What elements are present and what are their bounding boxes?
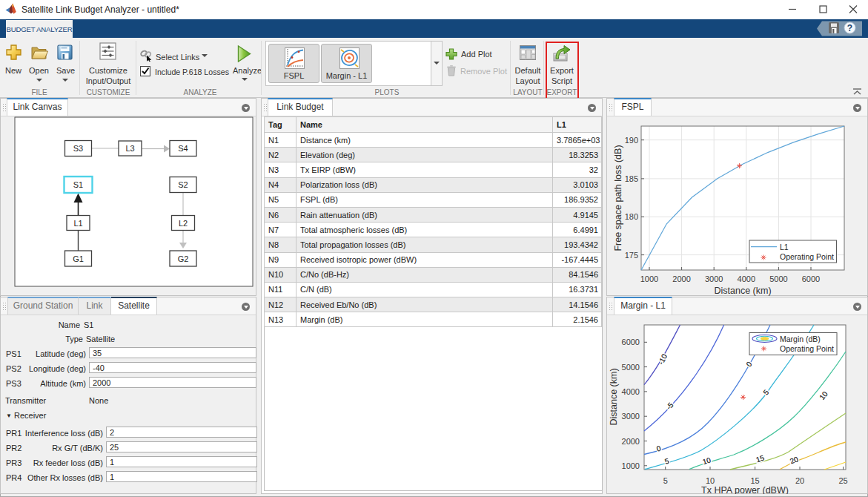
svg-text:S1: S1: [73, 180, 83, 189]
svg-text:10: 10: [706, 476, 715, 485]
svg-text:5000: 5000: [769, 274, 787, 283]
svg-text:L1: L1: [73, 219, 82, 228]
svg-text:Free space path loss (dB): Free space path loss (dB): [613, 145, 623, 251]
svg-text:3000: 3000: [705, 274, 723, 283]
svg-text:5000: 5000: [622, 363, 640, 372]
svg-text:175: 175: [625, 251, 638, 260]
svg-text:Distance (km): Distance (km): [609, 368, 619, 425]
svg-text:G1: G1: [73, 254, 84, 263]
svg-text:L3: L3: [125, 144, 134, 153]
svg-text:1000: 1000: [622, 461, 640, 470]
svg-text:Operating Point: Operating Point: [780, 252, 834, 261]
svg-text:Margin (dB): Margin (dB): [780, 335, 821, 343]
svg-text:180: 180: [625, 212, 638, 221]
svg-text:S2: S2: [178, 180, 188, 189]
svg-text:4000: 4000: [738, 274, 755, 283]
svg-text:2000: 2000: [622, 437, 640, 446]
svg-text:L2: L2: [179, 219, 188, 228]
svg-text:Operating Point: Operating Point: [780, 344, 834, 353]
svg-text:Distance (km): Distance (km): [714, 286, 771, 296]
svg-text:G2: G2: [178, 254, 189, 263]
svg-text:6000: 6000: [622, 338, 640, 346]
svg-text:S4: S4: [178, 144, 188, 153]
svg-text:20: 20: [795, 476, 804, 485]
svg-text:25: 25: [838, 476, 847, 485]
svg-text:S3: S3: [73, 144, 83, 153]
svg-text:3000: 3000: [622, 412, 640, 421]
svg-text:1000: 1000: [640, 274, 658, 283]
svg-text:15: 15: [750, 476, 759, 485]
svg-text:6000: 6000: [802, 274, 820, 283]
svg-text:Tx HPA power (dBW): Tx HPA power (dBW): [701, 485, 789, 495]
svg-text:5: 5: [663, 476, 668, 485]
svg-text:2000: 2000: [672, 274, 690, 283]
svg-text:4000: 4000: [622, 387, 640, 396]
svg-text:?: ?: [847, 23, 852, 33]
svg-text:185: 185: [625, 174, 638, 183]
svg-text:190: 190: [625, 136, 638, 145]
svg-text:L1: L1: [780, 243, 789, 251]
